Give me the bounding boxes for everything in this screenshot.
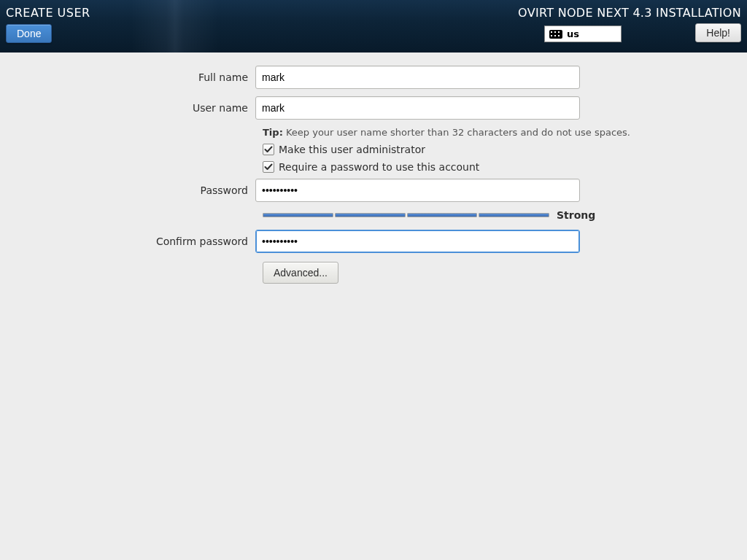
help-button[interactable]: Help! <box>695 23 741 42</box>
done-button[interactable]: Done <box>6 24 52 43</box>
require-password-checkbox[interactable] <box>263 161 274 173</box>
strength-segment <box>479 213 549 217</box>
password-strength-meter <box>263 213 549 217</box>
confirm-password-label: Confirm password <box>0 236 255 247</box>
confirm-password-input[interactable] <box>255 230 580 253</box>
installer-title: OVIRT NODE NEXT 4.3 INSTALLATION <box>518 6 741 20</box>
strength-segment <box>335 213 406 217</box>
keyboard-layout-indicator[interactable]: us <box>544 26 622 42</box>
checkmark-icon <box>264 163 273 171</box>
username-tip: Tip: Keep your user name shorter than 32… <box>263 127 747 138</box>
strength-segment <box>407 213 478 217</box>
require-password-checkbox-label: Require a password to use this account <box>279 161 479 173</box>
header-bar: CREATE USER Done OVIRT NODE NEXT 4.3 INS… <box>0 0 747 52</box>
keyboard-layout-label: us <box>567 28 579 39</box>
full-name-input[interactable] <box>255 66 580 89</box>
create-user-form: Full name User name Tip: Keep your user … <box>0 52 747 284</box>
password-strength-label: Strong <box>557 209 587 221</box>
admin-checkbox-label: Make this user administrator <box>279 144 425 155</box>
checkmark-icon <box>264 145 273 154</box>
password-input[interactable] <box>255 179 580 202</box>
strength-segment <box>263 213 333 217</box>
advanced-button[interactable]: Advanced... <box>263 262 338 284</box>
keyboard-icon <box>549 30 562 39</box>
tip-prefix: Tip: <box>263 127 283 138</box>
user-name-input[interactable] <box>255 96 580 120</box>
admin-checkbox[interactable] <box>263 144 274 155</box>
user-name-label: User name <box>0 102 255 114</box>
full-name-label: Full name <box>0 71 255 83</box>
password-label: Password <box>0 184 255 196</box>
tip-text: Keep your user name shorter than 32 char… <box>286 127 630 138</box>
password-strength-row: Strong <box>263 209 587 221</box>
